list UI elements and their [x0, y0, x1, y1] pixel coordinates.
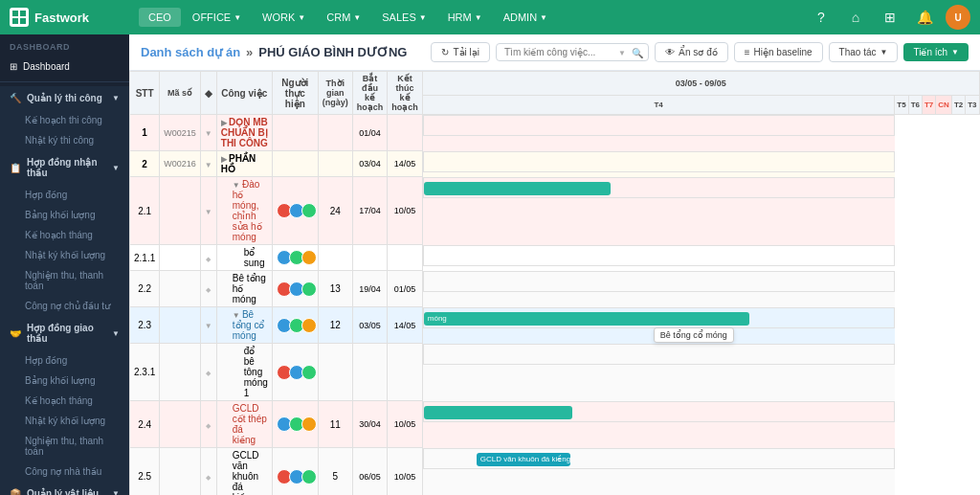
- cell-work: Bê tổng hố móng: [216, 271, 272, 307]
- table-row: 2W00216▼▶ PHẦN HỒ03/0414/05: [130, 151, 981, 177]
- cell-gantt: móngBê tổng cổ móng: [423, 307, 895, 328]
- contract-icon: 📋: [10, 163, 21, 173]
- group-hop-dong-giao-thau: 🤝 Hợp đồng giao thầu ▼ Hợp đồng Bảng khố…: [0, 316, 129, 482]
- cell-start: 01/04: [352, 115, 388, 151]
- home-icon[interactable]: ⌂: [842, 4, 869, 31]
- search-icon: 🔍: [632, 47, 643, 57]
- cell-start: [352, 344, 388, 401]
- sidebar-item-ke-hoach-thang-1[interactable]: Kế hoạch tháng: [0, 225, 129, 245]
- hammer-icon: 🔨: [10, 93, 21, 103]
- advance-button[interactable]: Tiến ích ▼: [903, 43, 969, 61]
- col-header-start: Bắt đầu kế hoạch: [352, 72, 388, 115]
- cell-gantt: [423, 151, 895, 172]
- sidebar-item-ke-hoach-thi-cong[interactable]: Kế hoạch thi công: [0, 110, 129, 130]
- group-header-vat-lieu[interactable]: 📦 Quản lý vật liệu ▼: [0, 482, 129, 495]
- main-content: CEO OFFICE ▼ WORK ▼ CRM ▼ SALES ▼ HRM ▼ …: [129, 0, 980, 495]
- sidebar-item-bang-kl-2[interactable]: Bảng khối lượng: [0, 371, 129, 391]
- help-icon[interactable]: ?: [808, 4, 835, 31]
- crm-dropdown-icon: ▼: [353, 13, 361, 22]
- cell-days: [318, 245, 352, 271]
- sidebar-item-bang-kl-1[interactable]: Bảng khối lượng: [0, 205, 129, 225]
- gantt-table-area[interactable]: STT Mã số ◆ Công việc Người thực hiện Th…: [129, 71, 980, 495]
- sidebar-item-hop-dong-1[interactable]: Hợp đồng: [0, 185, 129, 205]
- cell-end: 14/05: [388, 151, 423, 177]
- nav-crm[interactable]: CRM ▼: [317, 8, 370, 27]
- sidebar-item-nhat-ky-kl-1[interactable]: Nhật ký khối lượng: [0, 245, 129, 265]
- reset-icon: ↻: [441, 47, 449, 57]
- col-header-person: Người thực hiện: [272, 72, 318, 115]
- cell-stt: 2.2: [130, 271, 160, 307]
- cell-stt: 2.4: [130, 401, 160, 448]
- eye-icon: 👁: [665, 47, 675, 57]
- sidebar-item-hop-dong-2[interactable]: Hợp đồng: [0, 350, 129, 371]
- group-header-thi-cong[interactable]: 🔨 Quản lý thi công ▼: [0, 86, 129, 110]
- sidebar-item-cong-no-2[interactable]: Công nợ nhà thầu: [0, 461, 129, 482]
- cell-end: [388, 344, 423, 401]
- app-logo[interactable]: Fastwork: [0, 0, 129, 34]
- cell-start: 06/05: [352, 448, 388, 496]
- nav-office[interactable]: OFFICE ▼: [183, 8, 251, 27]
- col-header-code: Mã số: [160, 72, 201, 115]
- sidebar-item-cong-no-1[interactable]: Công nợ chủ đầu tư: [0, 296, 129, 316]
- cell-status: ▼: [200, 177, 216, 245]
- cell-days: [318, 344, 352, 401]
- baseline-button[interactable]: ≡ Hiện baseline: [734, 42, 823, 62]
- col-header-duration: Thời gian (ngày): [318, 72, 352, 115]
- cell-work: ▶ PHẦN HỒ: [216, 151, 272, 177]
- nav-work[interactable]: WORK ▼: [253, 8, 315, 27]
- cell-end: 10/05: [388, 448, 423, 496]
- cell-days: [318, 151, 352, 177]
- svg-rect-1: [20, 11, 26, 16]
- user-avatar[interactable]: U: [946, 5, 970, 30]
- nav-hrm[interactable]: HRM ▼: [438, 8, 492, 27]
- cell-status: ◆: [200, 401, 216, 448]
- nav-ceo[interactable]: CEO: [139, 8, 181, 27]
- cell-days: 5: [318, 448, 352, 496]
- hide-draft-button[interactable]: 👁 Ẩn sơ đồ: [655, 42, 728, 62]
- cell-end: [388, 245, 423, 271]
- action-button[interactable]: Thao tác ▼: [829, 42, 899, 62]
- reset-button[interactable]: ↻ Tải lại: [431, 42, 490, 62]
- sidebar-item-nhat-ky-thi-cong[interactable]: Nhật ký thi công: [0, 130, 129, 150]
- table-row: 2.5◆GCLD văn khuôn đá kiềng506/0510/05GC…: [130, 448, 981, 496]
- nav-sales[interactable]: SALES ▼: [372, 8, 435, 27]
- cell-people: [272, 151, 318, 177]
- sidebar-item-ke-hoach-thang-2[interactable]: Kế hoạch tháng: [0, 391, 129, 411]
- breadcrumb-link[interactable]: Danh sách dự án: [141, 45, 240, 59]
- cell-work: bổ sung: [216, 245, 272, 271]
- baseline-icon: ≡: [745, 47, 750, 57]
- work-dropdown-icon: ▼: [298, 13, 305, 22]
- col-header-work: Công việc: [216, 72, 272, 115]
- cell-start: [352, 245, 388, 271]
- sidebar-item-nhat-ky-kl-2[interactable]: Nhật ký khối lượng: [0, 411, 129, 431]
- breadcrumb-separator: »: [246, 45, 253, 59]
- grid-icon[interactable]: ⊞: [877, 4, 903, 31]
- cell-status: ▼: [200, 307, 216, 344]
- cell-gantt: [423, 271, 895, 292]
- table-row: 2.3.1◆đổ bê tông móng 1: [130, 344, 981, 401]
- logo-icon: [10, 8, 29, 27]
- search-input[interactable]: [496, 43, 649, 61]
- group-header-giao-thau[interactable]: 🤝 Hợp đồng giao thầu ▼: [0, 316, 129, 350]
- day-header-2: T6: [908, 96, 922, 115]
- sidebar-item-nghiem-thu-1[interactable]: Nghiệm thu, thanh toán: [0, 265, 129, 296]
- cell-days: 12: [318, 307, 352, 344]
- col-header-date-1: 03/05 - 09/05: [422, 72, 979, 96]
- search-container: 🔍 ▼: [496, 43, 649, 61]
- day-header-1: T5: [895, 96, 908, 115]
- search-dropdown-icon: ▼: [618, 48, 626, 56]
- group-header-nhan-thau[interactable]: 📋 Hợp đồng nhận thầu ▼: [0, 150, 129, 185]
- cell-people: [272, 448, 318, 496]
- gantt-bar: [424, 182, 611, 195]
- cell-stt: 2.1: [130, 177, 160, 245]
- svg-rect-2: [12, 18, 18, 24]
- nav-admin[interactable]: ADMIN ▼: [494, 8, 557, 27]
- bell-icon[interactable]: 🔔: [911, 4, 938, 31]
- gantt-body: 1W00215▼▶ DỌN MB CHUẨN BỊ THI CÔNG01/042…: [130, 115, 981, 496]
- day-header-5: T2: [951, 96, 965, 115]
- sidebar-item-nghiem-thu-2[interactable]: Nghiệm thu, thanh toán: [0, 431, 129, 461]
- table-row: 2.3▼▼ Bê tổng cổ móng1203/0514/05móngBê …: [130, 307, 981, 344]
- cell-days: 13: [318, 271, 352, 307]
- sidebar-item-dashboard[interactable]: ⊞ Dashboard: [0, 56, 129, 78]
- cell-code: [160, 307, 201, 344]
